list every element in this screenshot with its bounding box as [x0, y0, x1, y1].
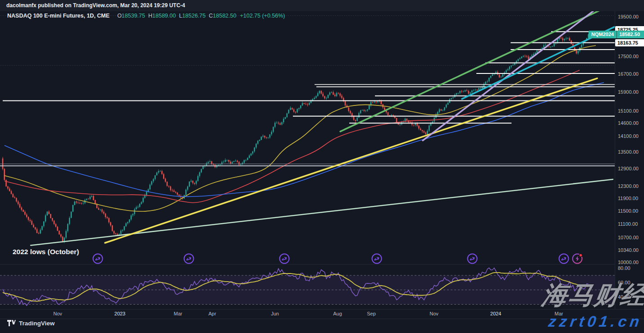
time-tick: Mar [174, 311, 183, 316]
ohlc-high-key: H [148, 13, 152, 19]
time-tick: Jun [271, 311, 279, 316]
price-tick: 15900.00 [618, 89, 639, 95]
price-tick: 12900.00 [618, 166, 639, 171]
watermark-chinese: 海马财经 [540, 278, 644, 313]
flash-notification-icon[interactable] [573, 254, 582, 263]
ma-slow-blue [5, 82, 604, 196]
current-price-label[interactable]: NQM2024 18582.50 [589, 31, 644, 38]
rsi-tick: 80.00 [618, 265, 630, 271]
time-tick: Nov [53, 311, 62, 316]
price-tick: 11900.00 [618, 196, 638, 201]
trendline-mint[interactable] [31, 179, 613, 246]
idea-arrow-icon[interactable] [559, 254, 569, 264]
price-tick: 15100.00 [618, 108, 639, 114]
symbol-title[interactable]: NASDAQ 100 E-mini Futures, 1D, CME [7, 13, 110, 19]
ohlc-low-value: 18526.75 [182, 13, 206, 19]
price-tick: 19500.00 [618, 14, 639, 19]
price-tick: 11500.00 [618, 208, 638, 214]
change-value: +102.75 (+0.56%) [240, 13, 285, 19]
time-tick: Nov [429, 311, 438, 316]
idea-arrow-icon[interactable] [184, 254, 194, 264]
chart-annotation-2022-lows[interactable]: 2022 lows (October) [13, 248, 79, 256]
ma-fast-yellow [5, 46, 596, 211]
price-tick: 12300.00 [618, 183, 639, 189]
price-tick: 10700.00 [618, 235, 639, 240]
tradingview-chart-window: dacolmanfx published on TradingView.com,… [0, 0, 644, 333]
time-tick: Sep [367, 311, 376, 316]
price-tick: 16700.00 [618, 71, 639, 77]
price-tick: 10000.00 [618, 260, 639, 265]
watermark-url: zzrt01.cn [547, 313, 644, 330]
ohlc-close-value: 18582.50 [213, 13, 236, 19]
price-axis-border [615, 11, 615, 309]
price-tick: 10340.00 [618, 247, 639, 253]
time-tick: 2023 [114, 311, 125, 316]
ohlc-high-value: 18589.00 [152, 13, 176, 19]
price-tick: 14600.00 [618, 120, 639, 126]
price-tick: 13500.00 [618, 149, 639, 155]
idea-arrow-icon[interactable] [372, 254, 382, 264]
idea-arrow-icon[interactable] [468, 254, 477, 264]
ohlc-close-key: C [209, 13, 213, 19]
ma-mid-red [5, 70, 580, 203]
footer-top-border [0, 319, 644, 319]
time-tick: 2024 [490, 311, 501, 316]
price-tick: 17500.00 [618, 54, 639, 59]
idea-arrow-icon[interactable] [93, 254, 103, 264]
tradingview-attribution[interactable]: TradingView [7, 319, 55, 327]
ohlc-open-value: 18539.75 [122, 13, 145, 19]
main-pane [0, 10, 615, 263]
price-tick: 14100.00 [618, 133, 639, 139]
symbol-legend[interactable]: NASDAQ 100 E-mini Futures, 1D, CMEO18539… [7, 13, 285, 19]
contract-symbol: NQM2024 [589, 31, 617, 38]
trendline-yellow[interactable] [105, 78, 597, 243]
rsi-pane [0, 268, 615, 306]
tradingview-logo-text: TradingView [19, 320, 55, 327]
trendline-lavender[interactable] [423, 11, 593, 141]
current-price-value: 18582.50 [617, 31, 644, 38]
tradingview-logo-icon [7, 319, 16, 327]
ohlc-open-key: O [117, 13, 122, 19]
time-tick: Aug [333, 311, 342, 316]
price-line-label-lower[interactable]: 18163.75 [615, 39, 644, 46]
price-tick: 11100.00 [618, 221, 638, 227]
pane-separator[interactable] [0, 264, 615, 265]
time-tick: Apr [208, 311, 216, 316]
event-icons-row [93, 254, 582, 263]
idea-arrow-icon[interactable] [280, 254, 289, 264]
